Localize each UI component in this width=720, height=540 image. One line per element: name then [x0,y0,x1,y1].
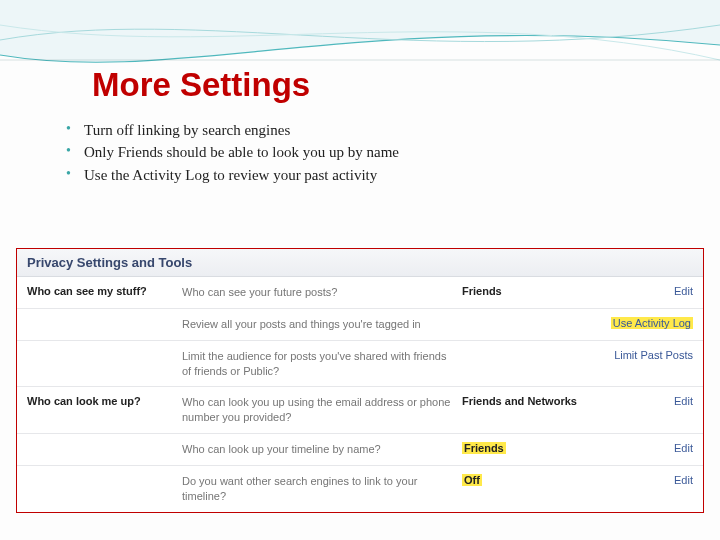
bullet-list: Turn off linking by search engines Only … [60,120,460,187]
setting-value: Friends [462,442,592,454]
section-heading: Who can see my stuff? [27,285,182,297]
setting-action-link[interactable]: Limit Past Posts [592,349,693,361]
settings-row: Who can look up your timeline by name?Fr… [17,433,703,465]
setting-value: Friends and Networks [462,395,592,407]
setting-description: Do you want other search engines to link… [182,474,462,504]
setting-action-link[interactable]: Edit [592,285,693,297]
setting-description: Limit the audience for posts you've shar… [182,349,462,379]
panel-body: Who can see my stuff?Who can see your fu… [17,277,703,512]
setting-description: Who can see your future posts? [182,285,462,300]
setting-description: Review all your posts and things you're … [182,317,462,332]
settings-row: Who can see my stuff?Who can see your fu… [17,277,703,308]
bullet-item: Turn off linking by search engines [60,120,460,140]
panel-header: Privacy Settings and Tools [17,249,703,277]
settings-row: Who can look me up?Who can look you up u… [17,386,703,433]
setting-value: Off [462,474,592,486]
section-heading: Who can look me up? [27,395,182,407]
settings-row: Review all your posts and things you're … [17,308,703,340]
setting-description: Who can look up your timeline by name? [182,442,462,457]
settings-row: Do you want other search engines to link… [17,465,703,512]
bullet-item: Only Friends should be able to look you … [60,142,460,162]
settings-row: Limit the audience for posts you've shar… [17,340,703,387]
setting-action-link[interactable]: Edit [592,442,693,454]
slide-title: More Settings [92,66,310,104]
setting-description: Who can look you up using the email addr… [182,395,462,425]
setting-action-link[interactable]: Edit [592,395,693,407]
privacy-panel: Privacy Settings and Tools Who can see m… [16,248,704,513]
setting-action-link[interactable]: Use Activity Log [592,317,693,329]
bullet-item: Use the Activity Log to review your past… [60,165,460,185]
setting-value: Friends [462,285,592,297]
setting-action-link[interactable]: Edit [592,474,693,486]
